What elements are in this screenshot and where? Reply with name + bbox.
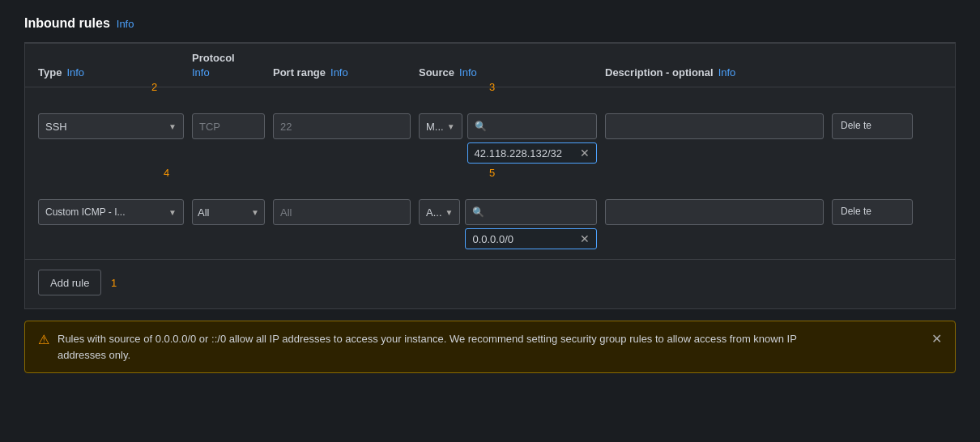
warning-icon: ⚠ [38,332,49,347]
row2-source-container: A... ▼ 🔍 0.0.0.0/0 ✕ [419,199,605,249]
warning-line1: Rules with source of 0.0.0.0/0 or ::/0 a… [58,333,797,345]
row1-delete-label: Dele te [841,120,871,133]
row1-port-value: 22 [273,113,411,139]
row2-type-select[interactable]: Custom ICMP - I... ▼ [38,199,184,225]
row2-source-search[interactable]: 🔍 [465,199,597,225]
add-rule-section: Add rule 1 [25,259,955,308]
table-row: 4 5 Custom ICMP - I... ▼ All ▼ [38,183,942,249]
step-badge-4: 4 [164,167,169,179]
step-badge-5: 5 [489,167,495,179]
table-body: 2 3 SSH ▼ TCP 22 [25,87,955,259]
row2-protocol-select[interactable]: All ▼ [192,199,265,225]
row2-delete-label: Dele te [841,206,871,219]
col-type-label: Type [38,66,62,79]
row1-type-chevron: ▼ [168,122,177,131]
row2-delete-btn[interactable]: Dele te [832,199,913,225]
col-port-info[interactable]: Info [330,66,348,79]
col-protocol: Protocol Info [192,52,273,79]
row1-desc-input[interactable] [605,113,824,139]
row2-source-chevron: ▼ [445,208,454,217]
warning-close-button[interactable]: ✕ [931,331,942,346]
search-icon: 🔍 [472,206,484,218]
row1-port-field: 22 [273,113,419,139]
row2-source-input-area: 🔍 0.0.0.0/0 ✕ [465,199,597,249]
row1-source-search-input[interactable] [492,121,590,133]
col-source-label: Source [419,66,454,79]
search-icon: 🔍 [475,121,487,132]
col-protocol-label: Protocol [192,52,235,64]
row2-port-value: All [273,199,411,225]
add-rule-button[interactable]: Add rule [38,270,101,295]
row1-type-value: SSH [45,121,67,133]
step-badge-2: 2 [151,81,157,93]
col-desc-label: Description - optional [605,66,714,79]
row1-protocol-value: TCP [192,113,265,139]
row1-source-tag: 42.118.228.132/32 ✕ [467,142,597,164]
step-badge-3: 3 [489,81,495,93]
warning-content: ⚠ Rules with source of 0.0.0.0/0 or ::/0… [38,331,923,363]
add-rule-step: 1 [111,277,117,289]
row1-source-search[interactable]: 🔍 [467,113,597,139]
col-type: Type Info [38,66,192,79]
row2-source-remove[interactable]: ✕ [580,232,590,245]
row1-source-select[interactable]: M... ▼ [419,113,462,139]
row2-type-value: Custom ICMP - I... [45,206,125,218]
row2-source-ip: 0.0.0.0/0 [472,233,513,245]
row1-source-input-area: 🔍 42.118.228.132/32 ✕ [467,113,597,164]
row1-source-ip: 42.118.228.132/32 [475,147,562,159]
row2-source-tag: 0.0.0.0/0 ✕ [465,228,597,249]
table-row: 2 3 SSH ▼ TCP 22 [38,97,942,164]
row2-protocol-field: All ▼ [192,199,273,225]
header-info-link[interactable]: Info [117,18,134,30]
col-protocol-info[interactable]: Info [192,66,273,79]
warning-line2: addresses only. [58,349,130,361]
row2-source-search-input[interactable] [489,206,590,219]
row1-delete-btn[interactable]: Dele te [832,113,913,139]
row1-source-select-value: M... [426,121,444,133]
row2-type-chevron: ▼ [168,208,177,217]
row2-type-field: Custom ICMP - I... ▼ [38,199,192,225]
section-title: Inbound rules [24,16,110,31]
row1-desc-field [605,113,832,139]
col-description: Description - optional Info [605,66,832,79]
col-source: Source Info [419,66,605,79]
row1-source-chevron: ▼ [447,122,455,131]
warning-banner: ⚠ Rules with source of 0.0.0.0/0 or ::/0… [24,321,956,373]
row1-source-remove[interactable]: ✕ [580,147,590,159]
col-port-range: Port range Info [273,66,419,79]
row1-type-field: SSH ▼ [38,113,192,139]
row1-protocol-field: TCP [192,113,273,139]
warning-text: Rules with source of 0.0.0.0/0 or ::/0 a… [58,331,797,363]
row1-source-container: M... ▼ 🔍 42.118.228.132/32 ✕ [419,113,605,164]
col-source-info[interactable]: Info [459,66,477,79]
row2-port-field: All [273,199,419,225]
row2-protocol-value: All [198,206,209,219]
inbound-rules-table: Type Info Protocol Info Port range Info … [24,43,956,309]
row2-desc-input[interactable] [605,199,824,225]
row2-protocol-chevron: ▼ [251,208,259,217]
row2-source-select[interactable]: A... ▼ [419,199,460,225]
col-port-label: Port range [273,66,326,79]
col-type-info[interactable]: Info [66,66,84,79]
row2-source-select-value: A... [426,206,442,219]
section-header: Inbound rules Info [24,16,956,43]
row2-desc-field [605,199,832,225]
row1-type-select[interactable]: SSH ▼ [38,113,184,139]
col-desc-info[interactable]: Info [718,66,736,79]
